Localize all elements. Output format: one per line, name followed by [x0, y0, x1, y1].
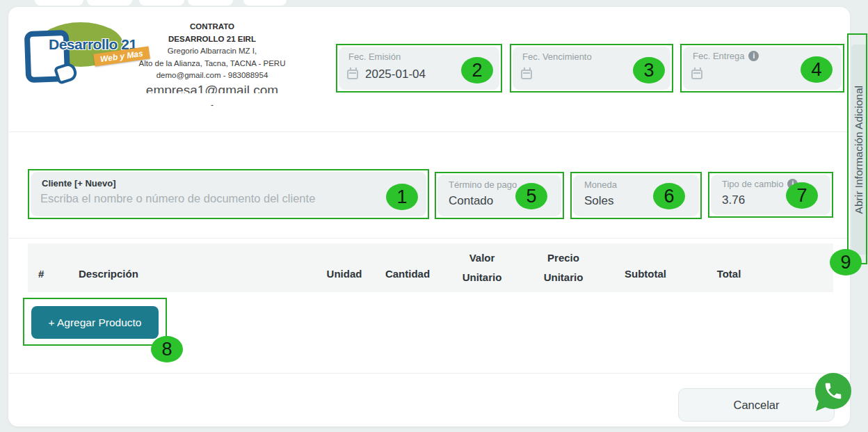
top-tab-4[interactable] [188, 0, 233, 6]
annotation-badge-7: 7 [786, 182, 818, 209]
fec-emision-value: 2025-01-04 [365, 67, 426, 81]
company-name: DESARROLLO 21 EIRL [104, 33, 320, 46]
cliente-label: Cliente [+ Nuevo] [42, 178, 116, 189]
company-email: empresa1@gmail.com [104, 83, 320, 93]
whatsapp-icon[interactable] [811, 371, 854, 414]
add-product-button[interactable]: + Agregar Producto [31, 306, 159, 339]
annotation-badge-1: 1 [386, 184, 418, 210]
company-info: CONTRATO DESARROLLO 21 EIRL Gregorio Alb… [104, 21, 320, 111]
annotation-badge-5: 5 [515, 183, 547, 209]
top-tab-5[interactable] [243, 0, 287, 6]
top-tab-1[interactable] [35, 0, 83, 6]
termino-pago-value: Contado [449, 194, 493, 208]
company-address-2: Alto de la Alianza, Tacna, TACNA - PERU [104, 58, 320, 70]
col-unidad: Unidad [310, 268, 379, 280]
col-valor-unitario: Valor Unitario [453, 248, 511, 287]
calendar-icon[interactable] [347, 70, 358, 79]
info-icon[interactable]: i [748, 51, 759, 61]
col-number: # [38, 268, 44, 280]
doc-type-title: CONTRATO [104, 21, 320, 33]
termino-pago-label: Término de pago [449, 179, 517, 190]
fec-entrega-label: Fec. Entrega i [693, 51, 759, 61]
tipo-cambio-label: Tipo de cambio i [722, 179, 798, 189]
annotation-badge-3: 3 [633, 57, 665, 83]
moneda-value: Soles [584, 194, 614, 208]
open-additional-info-label: Abrir Información Adicional [853, 86, 865, 214]
col-cantidad: Cantidad [373, 268, 442, 280]
annotation-badge-6: 6 [653, 183, 685, 209]
cliente-input[interactable] [40, 192, 381, 205]
cliente-field[interactable]: Cliente [+ Nuevo] [31, 172, 426, 216]
header-divider [9, 131, 849, 132]
moneda-label: Moneda [584, 179, 617, 190]
fec-vencimiento-label: Fec. Vencimiento [522, 51, 592, 62]
fec-emision-label: Fec. Emisión [348, 51, 401, 62]
calendar-icon[interactable] [691, 70, 702, 79]
top-tab-2[interactable] [87, 0, 132, 6]
footer-divider [9, 373, 849, 374]
top-tab-3[interactable] [139, 0, 184, 6]
col-subtotal: Subtotal [611, 268, 680, 280]
company-contact: demo@gmail.com - 983088954 [104, 70, 320, 82]
annotation-badge-9: 9 [830, 249, 862, 275]
annotation-badge-4: 4 [801, 56, 833, 83]
calendar-icon[interactable] [521, 70, 532, 79]
company-address-1: Gregorio Albarracin MZ I, [104, 45, 320, 58]
separator-dash: - [104, 99, 320, 112]
open-additional-info-tab[interactable]: Abrir Información Adicional [851, 45, 866, 255]
tipo-cambio-value: 3.76 [722, 193, 745, 207]
annotation-badge-2: 2 [461, 57, 493, 83]
table-top-divider [9, 238, 849, 239]
col-descripcion: Descripción [79, 268, 138, 280]
col-total: Total [694, 268, 764, 280]
col-precio-unitario: Precio Unitario [534, 248, 593, 287]
tipo-cambio-label-text: Tipo de cambio [722, 179, 783, 189]
fec-entrega-label-text: Fec. Entrega [693, 51, 744, 61]
annotation-badge-8: 8 [151, 336, 183, 362]
